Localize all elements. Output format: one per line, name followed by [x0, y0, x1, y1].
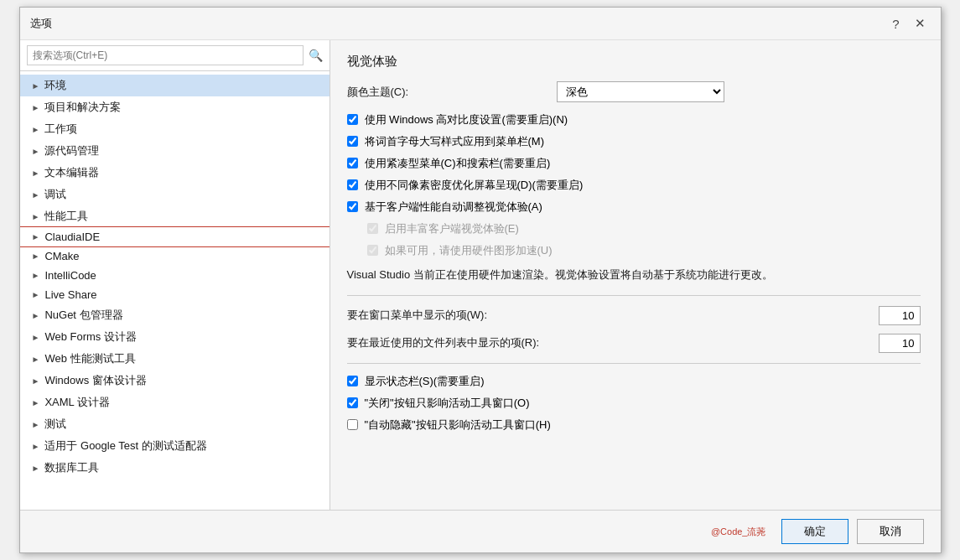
- checkbox-label-cb8: 显示状态栏(S)(需要重启): [365, 374, 485, 389]
- right-content: 视觉体验 颜色主题(C): 深色浅色蓝色蓝色(高对比度) 使用 Windows …: [330, 40, 941, 510]
- tree-item-claudia[interactable]: ►ClaudiaIDE: [20, 227, 330, 246]
- checkbox-cb3[interactable]: [347, 158, 358, 169]
- checkbox-label-cb1: 使用 Windows 高对比度设置(需要重启)(N): [365, 112, 568, 127]
- tree-item-ts[interactable]: ►调试: [20, 184, 330, 205]
- tree-item-label: XAML 设计器: [44, 395, 110, 410]
- tree-arrow: ►: [32, 103, 40, 112]
- tree-arrow: ►: [32, 169, 40, 178]
- tree-item-label: Windows 窗体设计器: [44, 373, 146, 388]
- checkbox-row-cb1: 使用 Windows 高对比度设置(需要重启)(N): [347, 112, 921, 127]
- close-button[interactable]: ✕: [910, 14, 931, 33]
- tree-item-ceshi[interactable]: ►测试: [20, 413, 330, 435]
- tree-item-hj[interactable]: ►环境: [20, 75, 330, 96]
- color-theme-select[interactable]: 深色浅色蓝色蓝色(高对比度): [557, 81, 724, 102]
- tree-arrow: ►: [32, 125, 40, 134]
- tree-arrow: ►: [32, 464, 40, 473]
- tree-item-ydm[interactable]: ►源代码管理: [20, 140, 330, 162]
- cancel-button[interactable]: 取消: [857, 519, 924, 544]
- search-box: 🔍: [20, 40, 330, 71]
- checkbox-cb4[interactable]: [347, 179, 358, 190]
- options-dialog: 选项 ? ✕ 🔍 ►环境►项目和解决方案►工作项►源代码管理►文本编辑器►调试►…: [19, 7, 942, 553]
- tree-arrow: ►: [32, 398, 40, 407]
- tree-item-webforms[interactable]: ►Web Forms 设计器: [20, 326, 330, 348]
- checkbox-row-cb7: 如果可用，请使用硬件图形加速(U): [367, 243, 921, 258]
- checkbox-cb8[interactable]: [347, 376, 358, 386]
- tree-arrow: ►: [32, 271, 40, 280]
- tree-item-label: Web Forms 设计器: [44, 329, 137, 345]
- tree-item-label: NuGet 包管理器: [44, 308, 122, 323]
- watermark: @Code_流荛: [711, 526, 766, 538]
- confirm-button[interactable]: 确定: [781, 519, 848, 544]
- checkbox-cb10[interactable]: [347, 419, 358, 430]
- right-panel: 视觉体验 颜色主题(C): 深色浅色蓝色蓝色(高对比度) 使用 Windows …: [330, 40, 941, 510]
- checkbox-cb6: [367, 223, 378, 234]
- window-menu-input[interactable]: [879, 306, 921, 325]
- recent-files-input[interactable]: [879, 334, 921, 353]
- tree-arrow: ►: [32, 81, 40, 91]
- divider1: [347, 295, 921, 296]
- tree-item-liveshare[interactable]: ►Live Share: [20, 285, 330, 304]
- checkbox-cb9[interactable]: [347, 397, 358, 408]
- tree-item-google[interactable]: ►适用于 Google Test 的测试适配器: [20, 435, 330, 457]
- tree-item-label: 数据库工具: [44, 460, 99, 475]
- tree-item-label: 调试: [44, 187, 66, 202]
- tree-arrow: ►: [32, 212, 40, 221]
- tree-item-label: 源代码管理: [44, 143, 99, 158]
- tree-item-xm[interactable]: ►项目和解决方案: [20, 96, 330, 118]
- tree-arrow: ►: [32, 290, 40, 299]
- search-input[interactable]: [27, 45, 304, 65]
- tree-item-intelli[interactable]: ►IntelliCode: [20, 266, 330, 285]
- checkbox-row-cb5: 基于客户端性能自动调整视觉体验(A): [347, 200, 921, 215]
- checkbox-label-cb4: 使用不同像素密度优化屏幕呈现(D)(需要重启): [365, 178, 584, 193]
- recent-files-label: 要在最近使用的文件列表中显示的项(R):: [347, 335, 879, 350]
- checkbox-cb2[interactable]: [347, 136, 358, 147]
- checkbox-row-cb9: "关闭"按钮只影响活动工具窗口(O): [347, 396, 921, 411]
- checkbox-cb5[interactable]: [347, 201, 358, 212]
- tree-arrow: ►: [32, 333, 40, 342]
- tree-arrow: ►: [32, 251, 40, 261]
- checkbox-row-cb3: 使用紧凑型菜单(C)和搜索栏(需要重启): [347, 156, 921, 171]
- tree-item-xaml[interactable]: ►XAML 设计器: [20, 391, 330, 413]
- recent-files-row: 要在最近使用的文件列表中显示的项(R):: [347, 334, 921, 353]
- tree-item-db[interactable]: ►数据库工具: [20, 457, 330, 479]
- checkbox-row-cb6: 启用丰富客户端视觉体验(E): [367, 221, 921, 236]
- color-theme-label: 颜色主题(C):: [347, 85, 557, 100]
- checkboxes-group2: 显示状态栏(S)(需要重启) "关闭"按钮只影响活动工具窗口(O) "自动隐藏"…: [347, 374, 921, 433]
- tree-item-webperf[interactable]: ►Web 性能测试工具: [20, 348, 330, 370]
- tree-item-nuget[interactable]: ►NuGet 包管理器: [20, 304, 330, 326]
- tree-item-label: 项目和解决方案: [44, 100, 121, 115]
- window-menu-label: 要在窗口菜单中显示的项(W):: [347, 308, 879, 323]
- color-theme-row: 颜色主题(C): 深色浅色蓝色蓝色(高对比度): [347, 81, 921, 102]
- tree-item-label: IntelliCode: [44, 269, 96, 282]
- search-icon[interactable]: 🔍: [309, 49, 323, 62]
- checkbox-label-cb3: 使用紧凑型菜单(C)和搜索栏(需要重启): [365, 156, 551, 171]
- tree-arrow: ►: [32, 442, 40, 451]
- checkbox-row-cb8: 显示状态栏(S)(需要重启): [347, 374, 921, 389]
- tree-arrow: ►: [32, 232, 40, 241]
- help-button[interactable]: ?: [887, 15, 904, 33]
- tree-item-label: 环境: [44, 78, 66, 93]
- tree-item-windows[interactable]: ►Windows 窗体设计器: [20, 370, 330, 391]
- tree-item-label: 工作项: [44, 122, 77, 137]
- divider2: [347, 363, 921, 364]
- left-panel: 🔍 ►环境►项目和解决方案►工作项►源代码管理►文本编辑器►调试►性能工具►Cl…: [20, 40, 330, 510]
- tree-arrow: ►: [32, 420, 40, 429]
- checkbox-label-cb9: "关闭"按钮只影响活动工具窗口(O): [365, 396, 530, 411]
- window-menu-row: 要在窗口菜单中显示的项(W):: [347, 306, 921, 325]
- tree-item-label: Web 性能测试工具: [44, 351, 135, 366]
- title-bar: 选项 ? ✕: [20, 8, 941, 40]
- tree-arrow: ►: [32, 311, 40, 320]
- checkbox-label-cb7: 如果可用，请使用硬件图形加速(U): [385, 243, 553, 258]
- checkbox-label-cb2: 将词首字母大写样式应用到菜单栏(M): [365, 134, 545, 149]
- info-text: Visual Studio 当前正在使用硬件加速渲染。视觉体验设置将自动基于系统…: [347, 267, 921, 283]
- tree-item-cmake[interactable]: ►CMake: [20, 246, 330, 266]
- tree-item-label: 适用于 Google Test 的测试适配器: [44, 438, 206, 454]
- checkbox-label-cb10: "自动隐藏"按钮只影响活动工具窗口(H): [365, 417, 551, 433]
- tree-item-label: Live Share: [44, 288, 96, 301]
- tree-item-xn[interactable]: ►性能工具: [20, 205, 330, 227]
- checkbox-cb1[interactable]: [347, 114, 358, 125]
- checkbox-label-cb5: 基于客户端性能自动调整视觉体验(A): [365, 200, 542, 215]
- tree-item-gz[interactable]: ►工作项: [20, 118, 330, 140]
- title-bar-controls: ? ✕: [887, 14, 930, 33]
- tree-item-wb[interactable]: ►文本编辑器: [20, 162, 330, 184]
